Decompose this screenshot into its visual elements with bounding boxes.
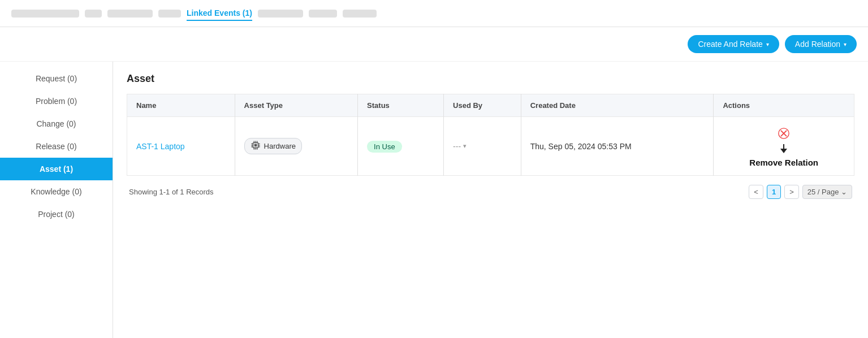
sidebar: Request (0) Problem (0) Change (0) Relea… [0,62,113,338]
add-relation-button[interactable]: Add Relation ▾ [785,35,857,53]
asset-type-label: Hardware [264,142,296,150]
tab-placeholder-2 [85,10,102,18]
col-name: Name [127,94,235,117]
tab-placeholder-3 [107,10,153,18]
sidebar-item-change[interactable]: Change (0) [0,112,113,135]
remove-relation-tooltip-area: Remove Relation [749,125,818,167]
col-status: Status [358,94,444,117]
action-bar: Create And Relate ▾ Add Relation ▾ [0,27,868,62]
table-row: AST-1 Laptop [127,117,854,176]
tab-placeholder-6 [309,10,337,18]
per-page-label: 25 / Page [807,188,839,196]
add-relation-label: Add Relation [795,40,840,49]
arrow-line-top [783,144,784,149]
created-date-value: Thu, Sep 05, 2024 05:53 PM [530,142,632,151]
hardware-icon [251,140,261,152]
asset-type-badge: Hardware [244,138,302,154]
sidebar-item-release[interactable]: Release (0) [0,135,113,158]
create-and-relate-label: Create And Relate [698,40,762,49]
per-page-chevron-icon: ⌄ [841,188,847,196]
tab-linked-events[interactable]: Linked Events (1) [187,6,252,21]
top-tabs: Linked Events (1) [0,0,868,27]
col-actions: Actions [714,94,854,117]
used-by-chevron-icon[interactable]: ▾ [463,142,467,150]
remove-relation-label: Remove Relation [749,158,818,167]
remove-relation-icon [778,127,790,140]
create-and-relate-button[interactable]: Create And Relate ▾ [688,35,779,53]
cell-status: In Use [358,117,444,176]
cell-name: AST-1 Laptop [127,117,235,176]
col-used-by: Used By [444,94,521,117]
add-relation-chevron-icon: ▾ [844,41,847,47]
svg-rect-1 [254,144,257,147]
sidebar-item-asset[interactable]: Asset (1) [0,158,113,180]
showing-records-text: Showing 1-1 of 1 Records [129,188,214,196]
page-1-button[interactable]: 1 [767,185,781,199]
section-title: Asset [127,73,854,85]
remove-relation-button[interactable] [775,125,792,142]
arrowhead-icon [780,149,787,153]
create-relate-chevron-icon: ▾ [766,41,769,47]
used-by-text: --- [453,142,461,151]
asset-link[interactable]: AST-1 Laptop [136,142,185,151]
prev-page-button[interactable]: < [749,185,763,199]
table-footer: Showing 1-1 of 1 Records < 1 > 25 / Page… [127,185,854,199]
tab-placeholder-5 [258,10,303,18]
col-asset-type: Asset Type [235,94,358,117]
status-badge: In Use [367,141,402,153]
used-by-value: --- ▾ [453,142,512,151]
sidebar-item-knowledge[interactable]: Knowledge (0) [0,180,113,203]
sidebar-item-problem[interactable]: Problem (0) [0,90,113,112]
sidebar-item-request[interactable]: Request (0) [0,67,113,90]
cell-used-by: --- ▾ [444,117,521,176]
tab-placeholder-7 [343,10,377,18]
asset-table: Name Asset Type Status Used By Created D… [127,94,854,176]
col-created-date: Created Date [521,94,714,117]
tooltip-arrow [749,144,818,153]
main-layout: Request (0) Problem (0) Change (0) Relea… [0,62,868,338]
cell-created-date: Thu, Sep 05, 2024 05:53 PM [521,117,714,176]
tab-placeholder-4 [158,10,181,18]
tab-placeholder-1 [11,10,79,18]
cell-actions: Remove Relation [714,117,854,176]
next-page-button[interactable]: > [784,185,799,199]
sidebar-item-project[interactable]: Project (0) [0,203,113,226]
content-area: Asset Name Asset Type Status Used By Cre… [113,62,868,338]
cell-asset-type: Hardware [235,117,358,176]
pagination: < 1 > 25 / Page ⌄ [749,185,852,199]
per-page-selector[interactable]: 25 / Page ⌄ [802,185,852,199]
table-header-row: Name Asset Type Status Used By Created D… [127,94,854,117]
